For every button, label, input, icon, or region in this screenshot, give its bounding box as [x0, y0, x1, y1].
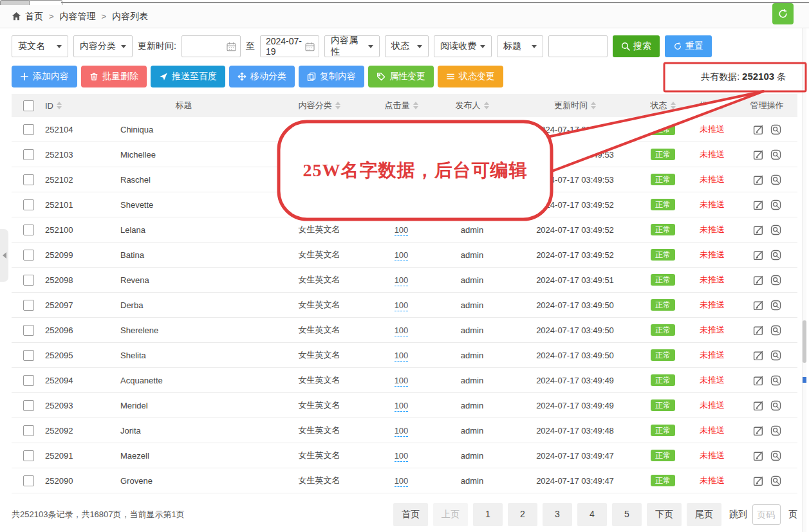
reset-button[interactable]: 重置: [665, 35, 712, 57]
row-clicks[interactable]: 100: [395, 150, 409, 161]
row-checkbox[interactable]: [23, 350, 34, 361]
attribute-select[interactable]: 内容属性: [324, 35, 380, 57]
page-button[interactable]: 2: [508, 503, 537, 526]
row-clicks[interactable]: 100: [395, 326, 409, 336]
toolbar-button[interactable]: 添加内容: [12, 66, 77, 87]
row-checkbox[interactable]: [23, 425, 34, 436]
date-from-input[interactable]: [181, 35, 241, 57]
page-button[interactable]: 首页: [393, 503, 428, 526]
toolbar-button[interactable]: 移动分类: [229, 66, 295, 87]
edit-icon[interactable]: [753, 375, 764, 386]
row-checkbox[interactable]: [23, 124, 34, 135]
row-title[interactable]: Meridel: [100, 401, 268, 410]
row-title[interactable]: Chiniqua: [100, 125, 268, 134]
page-button[interactable]: 下页: [647, 503, 682, 526]
row-title[interactable]: Derba: [100, 300, 268, 310]
read-fee-select[interactable]: 阅读收费: [434, 35, 492, 57]
row-clicks[interactable]: 100: [395, 275, 409, 286]
scrollbar-thumb[interactable]: [803, 320, 806, 363]
row-clicks[interactable]: 100: [395, 351, 409, 362]
page-button[interactable]: 尾页: [687, 503, 721, 526]
row-clicks[interactable]: 100: [395, 476, 409, 487]
sort-icon[interactable]: [57, 99, 62, 112]
row-clicks[interactable]: 100: [395, 451, 409, 462]
edit-icon[interactable]: [753, 425, 764, 436]
row-checkbox[interactable]: [23, 475, 34, 486]
edit-icon[interactable]: [753, 350, 764, 361]
row-clicks[interactable]: 100: [395, 300, 409, 311]
page-button[interactable]: 3: [543, 503, 572, 526]
edit-icon[interactable]: [753, 199, 764, 210]
date-to-input[interactable]: 2024-07-19: [260, 35, 319, 57]
sort-icon[interactable]: [720, 99, 725, 112]
view-icon[interactable]: [770, 174, 781, 185]
keyword-input[interactable]: [548, 35, 608, 57]
row-title[interactable]: Sherelene: [100, 326, 268, 335]
toolbar-button[interactable]: 推送至百度: [151, 66, 225, 87]
view-icon[interactable]: [770, 375, 781, 386]
toolbar-button[interactable]: 属性变更: [368, 66, 434, 87]
row-title[interactable]: Shelita: [100, 351, 268, 360]
row-title[interactable]: Lelana: [100, 225, 268, 235]
sort-icon[interactable]: [591, 99, 596, 112]
edit-icon[interactable]: [753, 400, 764, 411]
sort-icon[interactable]: [335, 99, 340, 112]
edit-icon[interactable]: [753, 450, 764, 461]
search-button[interactable]: 搜索: [613, 35, 660, 57]
row-checkbox[interactable]: [23, 375, 34, 386]
sort-icon[interactable]: [484, 99, 489, 112]
jump-page-input[interactable]: [752, 504, 781, 525]
refresh-button[interactable]: [772, 3, 794, 24]
view-icon[interactable]: [770, 425, 781, 436]
page-button[interactable]: 5: [612, 503, 642, 526]
edit-icon[interactable]: [753, 475, 764, 486]
row-checkbox[interactable]: [23, 400, 34, 411]
view-icon[interactable]: [770, 300, 781, 311]
view-icon[interactable]: [770, 149, 781, 160]
sidebar-collapse-handle[interactable]: [0, 229, 8, 282]
toolbar-button[interactable]: 复制内容: [299, 66, 364, 87]
edit-icon[interactable]: [753, 325, 764, 336]
view-icon[interactable]: [770, 199, 781, 210]
row-clicks[interactable]: 100: [395, 225, 409, 236]
row-clicks[interactable]: 100: [395, 200, 409, 211]
view-icon[interactable]: [770, 325, 781, 336]
breadcrumb-item-home[interactable]: 首页: [25, 11, 43, 23]
view-icon[interactable]: [770, 400, 781, 411]
edit-icon[interactable]: [753, 225, 764, 235]
row-checkbox[interactable]: [23, 275, 34, 286]
status-select[interactable]: 状态: [385, 35, 429, 57]
view-icon[interactable]: [770, 275, 781, 286]
row-clicks[interactable]: 100: [395, 376, 409, 387]
row-title[interactable]: Revena: [100, 275, 268, 285]
row-checkbox[interactable]: [23, 250, 34, 261]
row-checkbox[interactable]: [23, 300, 34, 311]
sort-icon[interactable]: [671, 99, 676, 112]
row-title[interactable]: Raschel: [100, 175, 268, 185]
page-button[interactable]: 1: [473, 503, 503, 526]
field-select[interactable]: 英文名: [12, 35, 68, 57]
select-all-checkbox[interactable]: [23, 100, 34, 111]
edit-icon[interactable]: [753, 275, 764, 286]
row-clicks[interactable]: 100: [395, 125, 409, 136]
sort-icon[interactable]: [413, 99, 418, 112]
view-icon[interactable]: [770, 350, 781, 361]
category-select[interactable]: 内容分类: [73, 35, 133, 57]
scrollbar-track[interactable]: [802, 28, 806, 532]
row-clicks[interactable]: 100: [395, 250, 409, 261]
page-button[interactable]: 4: [577, 503, 607, 526]
view-icon[interactable]: [770, 124, 781, 135]
row-title[interactable]: Grovene: [100, 476, 268, 486]
row-title[interactable]: Acquanette: [100, 376, 268, 385]
edit-icon[interactable]: [753, 250, 764, 261]
row-title[interactable]: Michellee: [100, 150, 268, 160]
row-checkbox[interactable]: [23, 325, 34, 336]
row-checkbox[interactable]: [23, 149, 34, 160]
row-title[interactable]: Batina: [100, 250, 268, 260]
row-clicks[interactable]: 100: [395, 175, 409, 186]
row-checkbox[interactable]: [23, 225, 34, 235]
edit-icon[interactable]: [753, 300, 764, 311]
row-checkbox[interactable]: [23, 199, 34, 210]
row-title[interactable]: Maezell: [100, 451, 268, 461]
edit-icon[interactable]: [753, 124, 764, 135]
